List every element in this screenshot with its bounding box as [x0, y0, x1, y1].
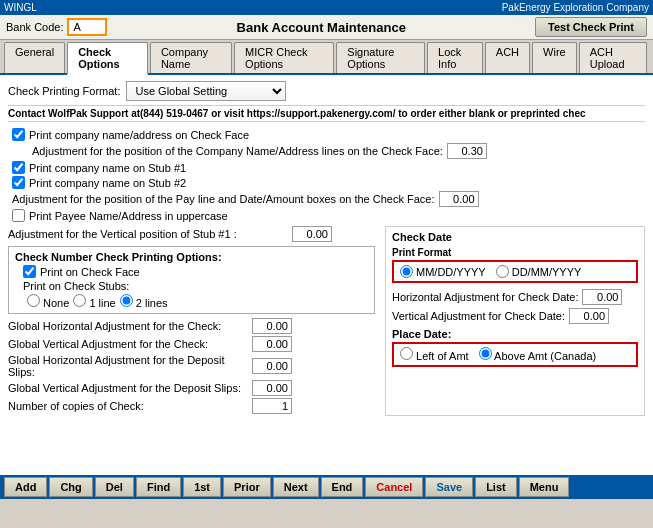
- vert-check-date-input[interactable]: [569, 308, 609, 324]
- test-check-print-button[interactable]: Test Check Print: [535, 17, 647, 37]
- global-horiz-deposit-input[interactable]: [252, 358, 292, 374]
- left-of-amt-radio[interactable]: [400, 347, 413, 360]
- pay-line-adj-label: Adjustment for the position of the Pay l…: [12, 193, 435, 205]
- end-button[interactable]: End: [321, 477, 364, 497]
- stub-1line-label: 1 line: [73, 294, 115, 309]
- save-button[interactable]: Save: [425, 477, 473, 497]
- print-on-face-checkbox[interactable]: [23, 265, 36, 278]
- cancel-button[interactable]: Cancel: [365, 477, 423, 497]
- print-company-address-row: Print company name/address on Check Face: [12, 128, 645, 141]
- global-vert-deposit-row: Global Vertical Adjustment for the Depos…: [8, 380, 375, 396]
- horiz-check-date-row: Horizontal Adjustment for Check Date:: [392, 289, 638, 305]
- next-button[interactable]: Next: [273, 477, 319, 497]
- page-title: Bank Account Maintenance: [107, 20, 535, 35]
- print-payee-uppercase-label: Print Payee Name/Address in uppercase: [29, 210, 228, 222]
- tab-ach-upload[interactable]: ACH Upload: [579, 42, 647, 73]
- print-company-stub2-checkbox[interactable]: [12, 176, 25, 189]
- app-name: WINGL: [4, 2, 37, 13]
- company-name-adj-input[interactable]: [447, 143, 487, 159]
- pay-line-adj-row: Adjustment for the position of the Pay l…: [12, 191, 645, 207]
- prior-button[interactable]: Prior: [223, 477, 271, 497]
- mmddyyyy-text: MM/DD/YYYY: [416, 266, 486, 278]
- global-horiz-check-input[interactable]: [252, 318, 292, 334]
- check-number-group: Check Number Check Printing Options: Pri…: [8, 246, 375, 314]
- tab-general[interactable]: General: [4, 42, 65, 73]
- tabs-row: General Check Options Company Name MICR …: [0, 40, 653, 75]
- company-name-adj-label: Adjustment for the position of the Compa…: [32, 145, 443, 157]
- stub-none-text: None: [43, 297, 69, 309]
- global-vert-check-row: Global Vertical Adjustment for the Check…: [8, 336, 375, 352]
- format-row: Check Printing Format: Use Global Settin…: [8, 81, 645, 101]
- first-button[interactable]: 1st: [183, 477, 221, 497]
- tab-ach[interactable]: ACH: [485, 42, 530, 73]
- company-name-adj-row: Adjustment for the position of the Compa…: [32, 143, 645, 159]
- print-payee-uppercase-checkbox[interactable]: [12, 209, 25, 222]
- tab-lock-info[interactable]: Lock Info: [427, 42, 483, 73]
- stub-2lines-radio[interactable]: [120, 294, 133, 307]
- title-bar: WINGL PakEnergy Exploration Company: [0, 0, 653, 15]
- print-company-stub1-label: Print company name on Stub #1: [29, 162, 186, 174]
- mmddyyyy-radio[interactable]: [400, 265, 413, 278]
- check-number-title: Check Number Check Printing Options:: [15, 251, 368, 263]
- ddmmyyyy-text: DD/MM/YYYY: [512, 266, 582, 278]
- vertical-adj-label: Adjustment for the Vertical position of …: [8, 228, 288, 240]
- print-company-address-checkbox[interactable]: [12, 128, 25, 141]
- bank-code-input[interactable]: [67, 18, 107, 36]
- del-button[interactable]: Del: [95, 477, 134, 497]
- app-header: Bank Code: Bank Account Maintenance Test…: [0, 15, 653, 40]
- print-company-stub2-row: Print company name on Stub #2: [12, 176, 645, 189]
- place-date-group: Left of Amt Above Amt (Canada): [392, 342, 638, 367]
- stub-none-radio[interactable]: [27, 294, 40, 307]
- global-vert-check-input[interactable]: [252, 336, 292, 352]
- print-on-face-label: Print on Check Face: [40, 266, 140, 278]
- company-name: PakEnergy Exploration Company: [502, 2, 649, 13]
- bank-code-label: Bank Code:: [6, 21, 63, 33]
- vert-check-date-row: Vertical Adjustment for Check Date:: [392, 308, 638, 324]
- horiz-check-date-label: Horizontal Adjustment for Check Date:: [392, 291, 578, 303]
- vert-check-date-label: Vertical Adjustment for Check Date:: [392, 310, 565, 322]
- add-button[interactable]: Add: [4, 477, 47, 497]
- global-vert-deposit-input[interactable]: [252, 380, 292, 396]
- print-format-group: MM/DD/YYYY DD/MM/YYYY: [392, 260, 638, 283]
- global-horiz-deposit-label: Global Horizontal Adjustment for the Dep…: [8, 354, 248, 378]
- main-content: Check Printing Format: Use Global Settin…: [0, 75, 653, 475]
- stub-options-row: None 1 line 2 lines: [27, 294, 368, 309]
- global-vert-check-label: Global Vertical Adjustment for the Check…: [8, 338, 248, 350]
- tab-company-name[interactable]: Company Name: [150, 42, 232, 73]
- above-amt-radio[interactable]: [479, 347, 492, 360]
- chg-button[interactable]: Chg: [49, 477, 92, 497]
- find-button[interactable]: Find: [136, 477, 181, 497]
- print-company-stub1-checkbox[interactable]: [12, 161, 25, 174]
- ddmmyyyy-label: DD/MM/YYYY: [496, 265, 582, 278]
- above-amt-text: Above Amt (Canada): [494, 350, 596, 362]
- vertical-adj-input[interactable]: [292, 226, 332, 242]
- ddmmyyyy-radio[interactable]: [496, 265, 509, 278]
- support-text: Contact WolfPak Support at(844) 519-0467…: [8, 105, 645, 122]
- num-copies-row: Number of copies of Check:: [8, 398, 375, 414]
- horiz-check-date-input[interactable]: [582, 289, 622, 305]
- print-company-stub2-label: Print company name on Stub #2: [29, 177, 186, 189]
- num-copies-input[interactable]: [252, 398, 292, 414]
- menu-button[interactable]: Menu: [519, 477, 570, 497]
- tab-check-options[interactable]: Check Options: [67, 42, 148, 75]
- num-copies-label: Number of copies of Check:: [8, 400, 248, 412]
- tab-signature-options[interactable]: Signature Options: [336, 42, 425, 73]
- list-button[interactable]: List: [475, 477, 517, 497]
- format-select[interactable]: Use Global Setting Custom: [126, 81, 286, 101]
- stub-1line-radio[interactable]: [73, 294, 86, 307]
- pay-line-adj-input[interactable]: [439, 191, 479, 207]
- format-label: Check Printing Format:: [8, 85, 120, 97]
- print-payee-uppercase-row: Print Payee Name/Address in uppercase: [12, 209, 645, 222]
- stub-1line-text: 1 line: [89, 297, 115, 309]
- place-date-title: Place Date:: [392, 328, 638, 340]
- stub-label: Print on Check Stubs:: [23, 280, 368, 292]
- tab-micr-check-options[interactable]: MICR Check Options: [234, 42, 334, 73]
- two-col-section: Adjustment for the Vertical position of …: [8, 226, 645, 416]
- global-horiz-check-label: Global Horizontal Adjustment for the Che…: [8, 320, 248, 332]
- print-on-face-row: Print on Check Face: [23, 265, 368, 278]
- check-date-title: Check Date: [392, 231, 638, 243]
- global-horiz-check-row: Global Horizontal Adjustment for the Che…: [8, 318, 375, 334]
- tab-wire[interactable]: Wire: [532, 42, 577, 73]
- mmddyyyy-label: MM/DD/YYYY: [400, 265, 486, 278]
- bank-code-area: Bank Code:: [6, 18, 107, 36]
